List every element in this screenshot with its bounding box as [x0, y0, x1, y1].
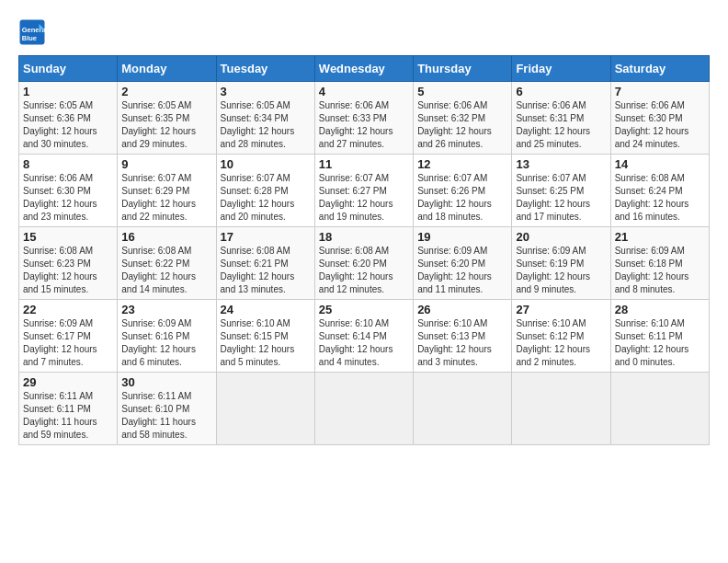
weekday-header-tuesday: Tuesday	[216, 56, 314, 82]
calendar-cell: 6Sunrise: 6:06 AM Sunset: 6:31 PM Daylig…	[512, 82, 610, 155]
day-number: 25	[319, 303, 409, 316]
calendar-cell: 5Sunrise: 6:06 AM Sunset: 6:32 PM Daylig…	[414, 82, 512, 155]
calendar-cell: 8Sunrise: 6:06 AM Sunset: 6:30 PM Daylig…	[19, 155, 118, 227]
header: General Blue	[18, 18, 710, 46]
day-info: Sunrise: 6:07 AM Sunset: 6:29 PM Dayligh…	[121, 172, 211, 224]
logo-icon: General Blue	[18, 18, 46, 46]
day-number: 1	[23, 85, 113, 98]
calendar-week-row: 1Sunrise: 6:05 AM Sunset: 6:36 PM Daylig…	[19, 82, 710, 155]
calendar-table: SundayMondayTuesdayWednesdayThursdayFrid…	[18, 55, 710, 445]
day-number: 9	[121, 157, 211, 171]
day-info: Sunrise: 6:07 AM Sunset: 6:27 PM Dayligh…	[319, 172, 409, 224]
day-info: Sunrise: 6:08 AM Sunset: 6:20 PM Dayligh…	[319, 245, 409, 296]
day-info: Sunrise: 6:07 AM Sunset: 6:28 PM Dayligh…	[221, 172, 311, 224]
day-number: 30	[121, 375, 211, 389]
calendar-week-row: 29Sunrise: 6:11 AM Sunset: 6:11 PM Dayli…	[19, 373, 710, 445]
day-info: Sunrise: 6:07 AM Sunset: 6:26 PM Dayligh…	[417, 172, 507, 224]
calendar-cell: 24Sunrise: 6:10 AM Sunset: 6:15 PM Dayli…	[216, 300, 314, 373]
day-info: Sunrise: 6:06 AM Sunset: 6:30 PM Dayligh…	[23, 172, 113, 224]
calendar-cell: 20Sunrise: 6:09 AM Sunset: 6:19 PM Dayli…	[512, 227, 610, 300]
day-info: Sunrise: 6:10 AM Sunset: 6:13 PM Dayligh…	[417, 317, 507, 369]
day-info: Sunrise: 6:07 AM Sunset: 6:25 PM Dayligh…	[516, 172, 606, 224]
calendar-week-row: 8Sunrise: 6:06 AM Sunset: 6:30 PM Daylig…	[19, 155, 710, 227]
weekday-header-wednesday: Wednesday	[314, 56, 413, 82]
calendar-cell: 27Sunrise: 6:10 AM Sunset: 6:12 PM Dayli…	[512, 300, 610, 373]
calendar-cell	[610, 373, 709, 445]
day-info: Sunrise: 6:08 AM Sunset: 6:24 PM Dayligh…	[615, 172, 705, 224]
day-info: Sunrise: 6:09 AM Sunset: 6:18 PM Dayligh…	[615, 245, 705, 296]
day-info: Sunrise: 6:06 AM Sunset: 6:32 PM Dayligh…	[417, 99, 507, 151]
day-number: 3	[221, 85, 311, 98]
weekday-header-monday: Monday	[118, 56, 216, 82]
day-number: 18	[319, 230, 409, 244]
day-info: Sunrise: 6:11 AM Sunset: 6:10 PM Dayligh…	[121, 390, 211, 442]
svg-text:General: General	[22, 26, 46, 34]
logo: General Blue	[18, 18, 50, 46]
calendar-cell: 26Sunrise: 6:10 AM Sunset: 6:13 PM Dayli…	[414, 300, 512, 373]
weekday-header-thursday: Thursday	[414, 56, 512, 82]
day-number: 21	[615, 230, 705, 244]
day-number: 10	[221, 157, 311, 171]
calendar-cell: 25Sunrise: 6:10 AM Sunset: 6:14 PM Dayli…	[314, 300, 413, 373]
day-number: 27	[516, 303, 606, 316]
calendar-cell: 29Sunrise: 6:11 AM Sunset: 6:11 PM Dayli…	[19, 373, 118, 445]
calendar-cell: 2Sunrise: 6:05 AM Sunset: 6:35 PM Daylig…	[118, 82, 216, 155]
day-number: 11	[319, 157, 409, 171]
day-info: Sunrise: 6:06 AM Sunset: 6:30 PM Dayligh…	[615, 99, 705, 151]
calendar-cell: 18Sunrise: 6:08 AM Sunset: 6:20 PM Dayli…	[314, 227, 413, 300]
calendar-cell	[512, 373, 610, 445]
page-container: General Blue SundayMondayTuesdayWednesda…	[0, 0, 728, 454]
day-number: 26	[417, 303, 507, 316]
calendar-cell: 4Sunrise: 6:06 AM Sunset: 6:33 PM Daylig…	[314, 82, 413, 155]
weekday-row: SundayMondayTuesdayWednesdayThursdayFrid…	[19, 56, 710, 82]
day-info: Sunrise: 6:10 AM Sunset: 6:12 PM Dayligh…	[516, 317, 606, 369]
day-number: 20	[516, 230, 606, 244]
calendar-week-row: 15Sunrise: 6:08 AM Sunset: 6:23 PM Dayli…	[19, 227, 710, 300]
calendar-header: SundayMondayTuesdayWednesdayThursdayFrid…	[19, 56, 710, 82]
day-info: Sunrise: 6:09 AM Sunset: 6:19 PM Dayligh…	[516, 245, 606, 296]
calendar-cell	[414, 373, 512, 445]
day-info: Sunrise: 6:09 AM Sunset: 6:20 PM Dayligh…	[417, 245, 507, 296]
calendar-cell: 12Sunrise: 6:07 AM Sunset: 6:26 PM Dayli…	[414, 155, 512, 227]
day-number: 28	[615, 303, 705, 316]
day-info: Sunrise: 6:08 AM Sunset: 6:21 PM Dayligh…	[221, 245, 311, 296]
day-number: 15	[23, 230, 113, 244]
calendar-cell: 14Sunrise: 6:08 AM Sunset: 6:24 PM Dayli…	[610, 155, 709, 227]
day-info: Sunrise: 6:10 AM Sunset: 6:14 PM Dayligh…	[319, 317, 409, 369]
day-info: Sunrise: 6:06 AM Sunset: 6:33 PM Dayligh…	[319, 99, 409, 151]
calendar-cell: 10Sunrise: 6:07 AM Sunset: 6:28 PM Dayli…	[216, 155, 314, 227]
day-info: Sunrise: 6:10 AM Sunset: 6:15 PM Dayligh…	[221, 317, 311, 369]
day-number: 14	[615, 157, 705, 171]
day-number: 12	[417, 157, 507, 171]
calendar-cell: 30Sunrise: 6:11 AM Sunset: 6:10 PM Dayli…	[118, 373, 216, 445]
day-number: 24	[221, 303, 311, 316]
calendar-cell	[216, 373, 314, 445]
day-number: 8	[23, 157, 113, 171]
day-info: Sunrise: 6:05 AM Sunset: 6:35 PM Dayligh…	[121, 99, 211, 151]
day-info: Sunrise: 6:08 AM Sunset: 6:22 PM Dayligh…	[121, 245, 211, 296]
svg-text:Blue: Blue	[22, 34, 37, 42]
calendar-cell: 1Sunrise: 6:05 AM Sunset: 6:36 PM Daylig…	[19, 82, 118, 155]
day-number: 5	[417, 85, 507, 98]
calendar-cell: 21Sunrise: 6:09 AM Sunset: 6:18 PM Dayli…	[610, 227, 709, 300]
day-number: 16	[121, 230, 211, 244]
day-number: 22	[23, 303, 113, 316]
day-info: Sunrise: 6:06 AM Sunset: 6:31 PM Dayligh…	[516, 99, 606, 151]
calendar-cell: 23Sunrise: 6:09 AM Sunset: 6:16 PM Dayli…	[118, 300, 216, 373]
day-info: Sunrise: 6:05 AM Sunset: 6:34 PM Dayligh…	[221, 99, 311, 151]
calendar-cell	[314, 373, 413, 445]
day-info: Sunrise: 6:05 AM Sunset: 6:36 PM Dayligh…	[23, 99, 113, 151]
calendar-body: 1Sunrise: 6:05 AM Sunset: 6:36 PM Daylig…	[19, 82, 710, 445]
calendar-cell: 7Sunrise: 6:06 AM Sunset: 6:30 PM Daylig…	[610, 82, 709, 155]
day-info: Sunrise: 6:08 AM Sunset: 6:23 PM Dayligh…	[23, 245, 113, 296]
calendar-cell: 9Sunrise: 6:07 AM Sunset: 6:29 PM Daylig…	[118, 155, 216, 227]
calendar-cell: 15Sunrise: 6:08 AM Sunset: 6:23 PM Dayli…	[19, 227, 118, 300]
calendar-cell: 28Sunrise: 6:10 AM Sunset: 6:11 PM Dayli…	[610, 300, 709, 373]
day-info: Sunrise: 6:09 AM Sunset: 6:17 PM Dayligh…	[23, 317, 113, 369]
day-number: 6	[516, 85, 606, 98]
day-number: 23	[121, 303, 211, 316]
day-number: 29	[23, 375, 113, 389]
day-info: Sunrise: 6:10 AM Sunset: 6:11 PM Dayligh…	[615, 317, 705, 369]
day-number: 17	[221, 230, 311, 244]
day-number: 4	[319, 85, 409, 98]
